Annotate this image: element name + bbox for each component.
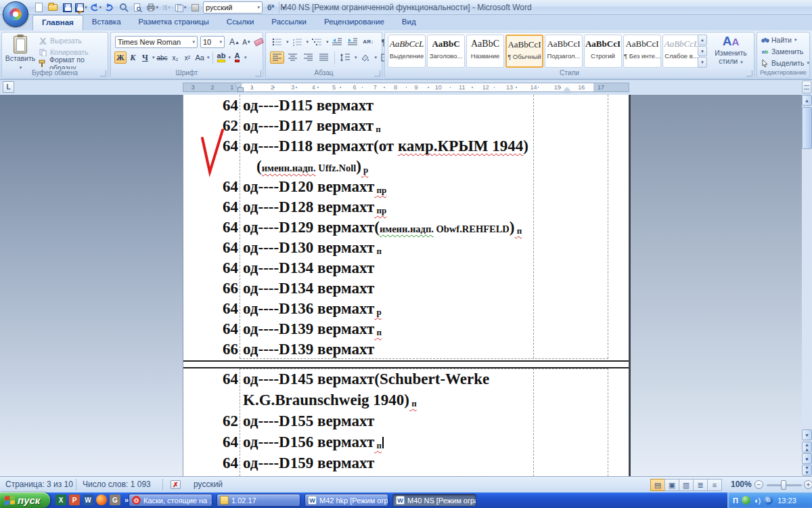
change-styles-button[interactable]: АА Изменить стили ▾ — [710, 35, 752, 68]
start-button[interactable]: пуск — [0, 492, 50, 508]
highlight-color-button[interactable]: ab — [216, 51, 227, 64]
strikethrough-button[interactable]: abc — [155, 51, 168, 64]
task-button[interactable]: OКаски, стоящие на ... — [129, 494, 212, 507]
copy-icon — [39, 48, 47, 57]
gimp-icon[interactable]: G — [110, 494, 120, 505]
outline-icon[interactable]: ≣ — [693, 479, 708, 491]
web-layout-icon[interactable]: ▥ — [679, 479, 694, 491]
right-indent-marker[interactable] — [564, 87, 570, 92]
word-icon[interactable]: W — [83, 494, 93, 505]
replace-button[interactable]: ab Заменить — [761, 47, 809, 56]
style-chip[interactable]: AaBbCcI¶ Без инте... — [623, 35, 661, 68]
left-indent-marker[interactable] — [238, 87, 244, 92]
styles-dialog-launcher[interactable] — [746, 70, 752, 77]
tab-Ссылки[interactable]: Ссылки — [218, 15, 263, 30]
previous-page-icon[interactable]: ▲▲ — [802, 442, 812, 452]
font-dialog-launcher[interactable] — [255, 70, 261, 77]
superscript-button[interactable]: x² — [182, 51, 194, 64]
style-chip[interactable]: AaBbCcIСтрогий — [584, 35, 622, 68]
zoom-slider-thumb[interactable] — [781, 480, 786, 490]
ruler-toggle-button[interactable] — [802, 81, 811, 93]
tab-Рецензирование[interactable]: Рецензирование — [315, 15, 393, 30]
tab-Разметка страницы[interactable]: Разметка страницы — [130, 15, 218, 30]
scroll-down-icon[interactable]: ▼ — [802, 429, 812, 440]
select-browse-object-icon[interactable]: ● — [802, 453, 812, 464]
shrink-font-button[interactable]: А▼ — [241, 36, 252, 48]
style-chip[interactable]: AaBbCcLВыделение — [388, 35, 426, 68]
tab-Рассылки[interactable]: Рассылки — [263, 15, 315, 30]
subscript-button[interactable]: x₂ — [170, 51, 181, 64]
fullscreen-reading-icon[interactable]: ▣ — [664, 479, 679, 491]
bullets-button[interactable] — [270, 36, 284, 48]
tab-Вставка[interactable]: Вставка — [83, 15, 130, 30]
font-family-combo[interactable]: Times New Roman▾ — [115, 36, 198, 48]
decrease-indent-button[interactable] — [330, 36, 344, 48]
paste-button[interactable]: Вставить▾ — [5, 35, 36, 69]
bold-button[interactable]: Ж — [114, 51, 127, 64]
agent-blue-icon[interactable]: G — [764, 496, 773, 505]
styles-scroll-up-icon[interactable]: ▲ — [698, 35, 707, 45]
firefox-icon[interactable] — [96, 494, 107, 505]
style-chip[interactable]: AaBbCНазвание — [466, 35, 504, 68]
line-spacing-button[interactable] — [338, 51, 353, 64]
zoom-in-icon[interactable]: + — [804, 480, 812, 489]
find-button[interactable]: Найти▾ — [761, 35, 809, 45]
styles-scroll-down-icon[interactable]: ▼ — [698, 46, 707, 57]
style-chip[interactable]: AaBbCЗаголово... — [427, 35, 465, 68]
clear-formatting-button[interactable] — [253, 36, 265, 48]
task-button[interactable]: WM40 NS [Режим огра... — [392, 494, 476, 507]
italic-button[interactable]: К — [127, 51, 139, 64]
language-indicator[interactable]: русский — [194, 480, 223, 489]
align-right-button[interactable] — [301, 51, 315, 64]
document-text[interactable]: 64од----D115 вермахт62од----D117 вермахт… — [183, 96, 629, 476]
select-button[interactable]: Выделить▾ — [761, 58, 809, 68]
font-size-combo[interactable]: 10▾ — [200, 36, 225, 48]
style-chip[interactable]: AaBbCcI¶ Обычный — [505, 35, 543, 68]
scroll-up-icon[interactable]: ▲ — [802, 95, 812, 106]
task-button[interactable]: WM42 hkp [Режим огр... — [304, 494, 388, 507]
multilevel-list-button[interactable] — [310, 36, 324, 48]
cut-button[interactable]: Вырезать — [39, 36, 108, 45]
draft-icon[interactable]: ≡ — [707, 479, 722, 491]
document-page[interactable]: 64од----D115 вермахт62од----D117 вермахт… — [183, 95, 631, 476]
tab-stop-selector[interactable]: L — [3, 81, 14, 93]
excel-icon[interactable]: X — [55, 494, 66, 505]
next-page-icon[interactable]: ▼▼ — [802, 465, 812, 475]
print-layout-icon[interactable]: ▤ — [650, 479, 665, 491]
document-line: 64од----D145 вермахт(Schubert-Werke — [183, 368, 629, 389]
spelling-status-icon[interactable]: ✗ — [171, 480, 181, 489]
shading-button[interactable] — [359, 51, 373, 64]
powerpoint-icon[interactable]: P — [69, 494, 80, 505]
sort-button[interactable]: АЯ↓ — [361, 36, 376, 48]
align-left-button[interactable] — [270, 51, 284, 64]
scrollbar-thumb[interactable] — [802, 107, 812, 149]
clock[interactable]: 13:23 — [777, 496, 796, 505]
horizontal-ruler[interactable]: 321 12345678910111213141516 17 — [183, 83, 629, 92]
page-indicator[interactable]: Страница: 3 из 10 — [5, 480, 73, 489]
paragraph-dialog-launcher[interactable] — [374, 70, 380, 77]
numbering-button[interactable] — [290, 36, 304, 48]
office-button[interactable] — [3, 1, 28, 27]
tab-Вид[interactable]: Вид — [393, 15, 425, 30]
zoom-level[interactable]: 100% — [731, 480, 752, 489]
font-color-button[interactable]: А — [231, 51, 243, 64]
tab-Главная[interactable]: Главная — [32, 15, 83, 30]
zoom-out-icon[interactable]: − — [754, 480, 763, 489]
change-case-button[interactable]: Aa — [194, 51, 206, 64]
format-painter-button[interactable]: Формат по образцу — [39, 59, 108, 68]
speaker-icon[interactable]: ◖) — [754, 496, 761, 505]
underline-button[interactable]: Ч — [139, 51, 151, 64]
word-count[interactable]: Число слов: 1 093 — [83, 480, 151, 489]
vertical-scrollbar[interactable]: ▲ ▼ ▲▲ ● ▼▼ — [802, 95, 812, 476]
align-center-button[interactable] — [286, 51, 300, 64]
style-chip[interactable]: AaBbCcIПодзагол... — [545, 35, 583, 68]
style-chip[interactable]: AaBbCcLСлабое в... — [662, 35, 700, 68]
increase-indent-button[interactable] — [346, 36, 360, 48]
clipboard-dialog-launcher[interactable] — [100, 70, 106, 77]
messenger-green-icon[interactable] — [742, 496, 750, 505]
task-button[interactable]: 1.02.17 — [217, 494, 300, 507]
grow-font-button[interactable]: А▲ — [228, 36, 241, 48]
justify-button[interactable] — [317, 51, 331, 64]
keyboard-layout-indicator[interactable]: П — [733, 496, 738, 505]
styles-more-icon[interactable]: ▼ — [698, 57, 707, 68]
